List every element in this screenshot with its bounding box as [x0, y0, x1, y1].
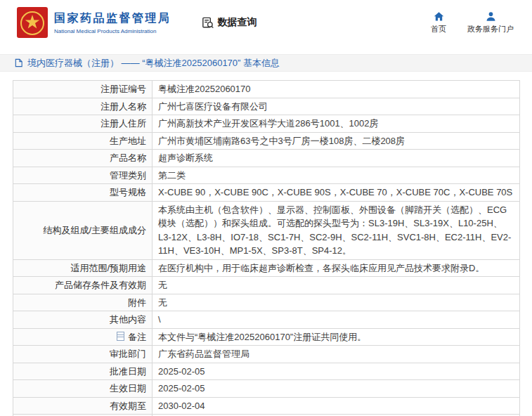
table-row: 有效期至2030-02-04: [13, 397, 520, 415]
row-value: 广州高新技术产业开发区科学大道286号1001、1002房: [153, 115, 520, 133]
table-row: 备注本文件与“粤械注准20252060170”注册证共同使用。: [13, 328, 520, 346]
row-value: 粤械注准20252060170: [153, 81, 520, 98]
row-label: 备注: [13, 328, 153, 346]
row-label: 其他内容: [13, 311, 153, 329]
table-row: 审批部门广东省药品监督管理局: [13, 346, 520, 363]
row-value: 超声诊断系统: [153, 150, 520, 167]
row-label: 产品名称: [13, 150, 153, 167]
nav-portal[interactable]: 政务服务门户: [467, 11, 514, 34]
table-row: 型号规格X-CUBE 90，X-CUBE 90C，X-CUBE 90S，X-CU…: [13, 184, 520, 202]
row-value: 无: [153, 277, 520, 294]
row-value: 本文件与“粤械注准20252060170”注册证共同使用。: [153, 328, 520, 346]
data-query-section: 数据查询: [201, 16, 257, 30]
row-value: 2025-02-05: [153, 363, 520, 380]
row-label: 型号规格: [13, 184, 153, 202]
table-row: 管理类别第二类: [13, 167, 520, 184]
table-row: 附件无: [13, 294, 520, 311]
table-row: 其他内容\: [13, 311, 520, 329]
content: 注册证编号粤械注准20252060170注册人名称广州七喜医疗设备有限公司注册人…: [0, 72, 532, 416]
data-query-icon: [201, 16, 214, 30]
remark-doc-icon: [117, 332, 124, 341]
user-icon: [486, 11, 496, 22]
row-label: 适用范围/预期用途: [13, 259, 153, 277]
row-value: 2030-02-04: [153, 397, 520, 415]
table-row: 适用范围/预期用途在医疗机构中，用于临床超声诊断检查，各探头临床应用见产品技术要…: [13, 259, 520, 277]
row-label: 注册人住所: [13, 115, 153, 133]
nav-home[interactable]: 首页: [431, 11, 446, 34]
row-value: 本系统由主机（包含软件）、显示器、控制面板、外围设备（脚踏开关（选配）、ECG模…: [153, 201, 520, 259]
table-row: 注册证编号粤械注准20252060170: [13, 81, 520, 98]
row-value: 广东省药品监督管理局: [153, 346, 520, 363]
nav-portal-label: 政务服务门户: [467, 24, 514, 34]
row-value: 广州七喜医疗设备有限公司: [153, 98, 520, 115]
data-query-label: 数据查询: [218, 16, 257, 29]
table-row: 注册人住所广州高新技术产业开发区科学大道286号1001、1002房: [13, 115, 520, 133]
row-label: 有效期至: [13, 397, 153, 415]
info-table: 注册证编号粤械注准20252060170注册人名称广州七喜医疗设备有限公司注册人…: [13, 80, 520, 416]
agency-name-cn: 国家药品监督管理局: [54, 11, 171, 26]
table-row: 注册人名称广州七喜医疗设备有限公司: [13, 98, 520, 115]
row-value: X-CUBE 90，X-CUBE 90C，X-CUBE 90S，X-CUBE 7…: [153, 184, 520, 202]
row-value: 第二类: [153, 167, 520, 184]
top-nav: 首页 政务服务门户: [431, 11, 518, 34]
row-label: 结构及组成/主要组成成分: [13, 201, 153, 259]
brand-text: 国家药品监督管理局 National Medical Products Admi…: [54, 11, 171, 34]
site-header: 国家药品监督管理局 National Medical Products Admi…: [0, 0, 532, 45]
table-row: 生效日期2025-02-05: [13, 380, 520, 398]
row-value: \: [153, 311, 520, 329]
page: 国家药品监督管理局 National Medical Products Admi…: [0, 0, 532, 416]
table-row: 生产地址广州市黄埔区埔南路63号之中3号厂房一楼108房、二楼208房: [13, 132, 520, 150]
document-icon: [14, 58, 23, 67]
row-value: 广州市黄埔区埔南路63号之中3号厂房一楼108房、二楼208房: [153, 132, 520, 150]
row-label: 注册人名称: [13, 98, 153, 115]
info-table-body: 注册证编号粤械注准20252060170注册人名称广州七喜医疗设备有限公司注册人…: [13, 81, 520, 416]
row-label: 生效日期: [13, 380, 153, 398]
breadcrumb-bar: 境内医疗器械（注册） —— “粤械注准20252060170” 基本信息: [0, 54, 532, 72]
row-label: 批准日期: [13, 363, 153, 380]
national-emblem-logo: [17, 7, 48, 38]
breadcrumb: 境内医疗器械（注册） —— “粤械注准20252060170” 基本信息: [27, 57, 280, 70]
table-row: 产品名称超声诊断系统: [13, 150, 520, 167]
row-label: 注册证编号: [13, 81, 153, 98]
nav-home-label: 首页: [431, 24, 446, 34]
row-label: 生产地址: [13, 132, 153, 150]
row-value: 在医疗机构中，用于临床超声诊断检查，各探头临床应用见产品技术要求附录D。: [153, 259, 520, 277]
brand: 国家药品监督管理局 National Medical Products Admi…: [17, 7, 171, 38]
table-row: 结构及组成/主要组成成分本系统由主机（包含软件）、显示器、控制面板、外围设备（脚…: [13, 201, 520, 259]
row-value: 无: [153, 294, 520, 311]
table-row: 批准日期2025-02-05: [13, 363, 520, 380]
row-label: 附件: [13, 294, 153, 311]
home-icon: [434, 11, 444, 22]
row-label: 产品储存条件及有效期: [13, 277, 153, 294]
row-label: 审批部门: [13, 346, 153, 363]
row-label: 管理类别: [13, 167, 153, 184]
row-value: 2025-02-05: [153, 380, 520, 398]
table-row: 产品储存条件及有效期无: [13, 277, 520, 294]
agency-name-en: National Medical Products Administration: [54, 28, 171, 34]
